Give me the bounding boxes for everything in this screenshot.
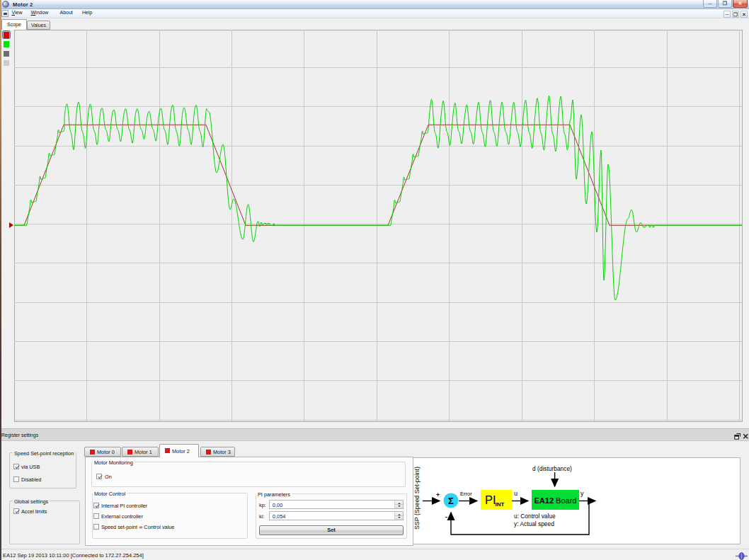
svg-text:u: Control value: u: Control value (514, 513, 556, 520)
svg-text:Σ: Σ (448, 496, 454, 506)
svg-text:-: - (445, 513, 447, 520)
svg-text:EA12 Board: EA12 Board (534, 496, 577, 505)
svg-text:Error: Error (460, 491, 472, 497)
svg-text:+: + (436, 491, 440, 498)
svg-text:y: y (581, 490, 584, 497)
svg-text:y: Actual speed: y: Actual speed (514, 520, 554, 527)
svg-text:u: u (514, 490, 518, 497)
svg-text:SSP (Speed Set-point): SSP (Speed Set-point) (413, 467, 421, 530)
svg-text:PI: PI (485, 493, 496, 506)
svg-text:INT: INT (496, 501, 505, 508)
svg-text:d (disturbance): d (disturbance) (532, 465, 572, 472)
